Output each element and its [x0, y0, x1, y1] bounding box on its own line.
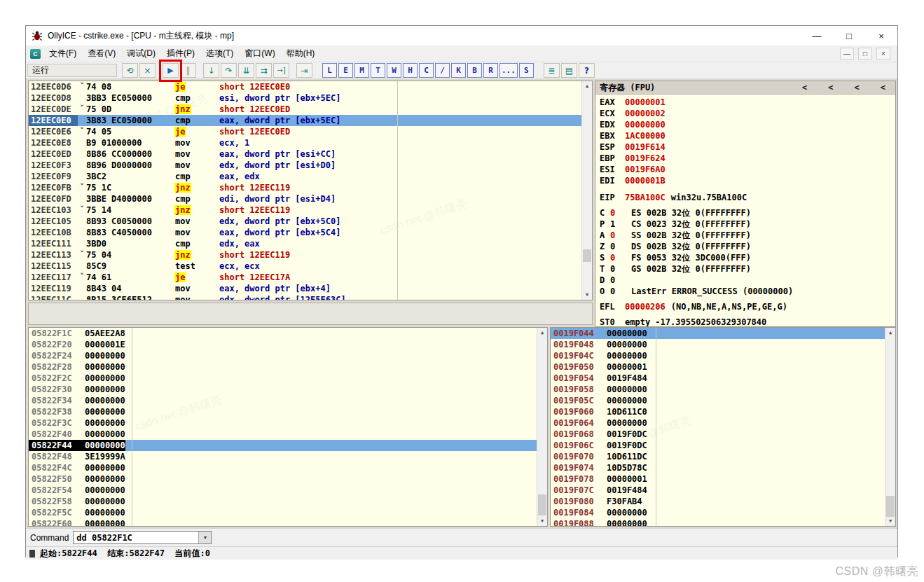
- disassembly-row[interactable]: 12EEC103 ˇ 75 14 jnz short 12EEC119: [29, 205, 582, 216]
- dump-row[interactable]: 05822F483E19999A: [29, 451, 537, 462]
- stack-row[interactable]: 0019F08400000000: [551, 507, 885, 518]
- log-window-button[interactable]: L: [322, 63, 337, 78]
- register-row[interactable]: ESP0019F614: [595, 141, 895, 153]
- flag-row[interactable]: P1CS 0023 32位 0(FFFFFFFF): [595, 219, 895, 230]
- disassembly-row[interactable]: 12EEC0E6 ˇ 74 05 je short 12EEC0ED: [29, 126, 582, 137]
- stack-scrollbar[interactable]: ▲ ▼: [885, 328, 895, 526]
- dump-row[interactable]: 05822F1C05AEE2A8: [29, 328, 537, 339]
- registers-pane[interactable]: 寄存器 (FPU) <<<< EAX00000001 ECX00000002: [595, 81, 896, 327]
- disassembly-row[interactable]: 12EEC117 ˇ 74 61 je short 12EEC17A: [29, 272, 582, 283]
- stack-row[interactable]: 0019F05800000000: [551, 384, 885, 395]
- memory-window-button[interactable]: M: [354, 63, 369, 78]
- scroll-up-icon[interactable]: ▲: [582, 81, 592, 91]
- register-row-eip[interactable]: EIP75BA100Cwin32u.75BA100C: [595, 192, 895, 203]
- disassembly-row[interactable]: 12EEC11C 8B15 3CE6E512 mov edx, dword pt…: [29, 294, 582, 300]
- disassembly-row[interactable]: 12EEC0D8 3BB3 EC050000 cmp esi, dword pt…: [29, 92, 582, 104]
- disassembly-row[interactable]: 12EEC0FB ˇ 75 1C jnz short 12EEC119: [29, 182, 582, 193]
- dump-row[interactable]: 05822F4C00000000: [29, 462, 537, 473]
- dump-row[interactable]: 05822F5C00000000: [29, 507, 537, 518]
- minimize-button[interactable]: —: [801, 26, 833, 46]
- menu-item[interactable]: 窗口(W): [239, 46, 280, 62]
- disassembly-scrollbar[interactable]: ▲ ▼: [581, 81, 592, 300]
- disassembly-row[interactable]: 12EEC0E0 3B83 EC050000 cmp eax, dword pt…: [29, 115, 582, 126]
- scroll-thumb[interactable]: [886, 496, 895, 517]
- pause-button[interactable]: ‖: [180, 63, 196, 78]
- animate-over-button[interactable]: ⇉: [256, 63, 272, 78]
- disassembly-row[interactable]: 12EEC113 ˇ 75 04 jnz short 12EEC119: [29, 249, 582, 261]
- flag-row[interactable]: D0: [595, 275, 895, 286]
- options-button[interactable]: ≣: [544, 63, 560, 78]
- dump-scrollbar[interactable]: ▲ ▼: [537, 328, 547, 526]
- run-to-return-button[interactable]: →]: [273, 63, 289, 78]
- register-row[interactable]: ECX00000002: [595, 108, 895, 119]
- scroll-down-icon[interactable]: ▼: [582, 290, 592, 300]
- dump-row[interactable]: 05822F4400000000: [29, 440, 537, 451]
- register-row[interactable]: EBP0019F624: [595, 153, 895, 164]
- combo-dropdown-button[interactable]: ▼: [198, 532, 211, 543]
- threads-window-button[interactable]: T: [371, 63, 385, 78]
- stack-row[interactable]: 0019F07C0019F484: [551, 485, 885, 496]
- disassembly-row[interactable]: 12EEC111 3BD0 cmp edx, eax: [29, 238, 582, 249]
- restart-button[interactable]: ⟲: [122, 63, 138, 78]
- dump-row[interactable]: 05822F6000000000: [29, 518, 537, 526]
- patches-window-button[interactable]: /: [435, 63, 450, 78]
- register-row-st0[interactable]: ST0empty -17.395502506329307840: [595, 317, 895, 327]
- maximize-button[interactable]: □: [833, 26, 865, 46]
- menu-item[interactable]: 查看(V): [82, 46, 121, 62]
- flag-row[interactable]: A0SS 002B 32位 0(FFFFFFFF): [595, 230, 895, 241]
- stack-row[interactable]: 0019F0540019F484: [551, 373, 885, 384]
- step-over-button[interactable]: ↷: [221, 63, 237, 78]
- stack-row[interactable]: 0019F0680019F0DC: [551, 429, 885, 440]
- disassembly-row[interactable]: 12EEC0DE ˇ 75 0D jnz short 12EEC0ED: [29, 104, 582, 115]
- scroll-down-icon[interactable]: ▼: [885, 516, 895, 526]
- mdi-restore-button[interactable]: □: [858, 48, 872, 60]
- menu-item[interactable]: 帮助(H): [281, 46, 321, 62]
- scroll-thumb[interactable]: [583, 249, 591, 262]
- goto-button[interactable]: ⇥: [296, 63, 312, 78]
- disassembly-row[interactable]: 12EEC0ED 8B86 CC000000 mov eax, dword pt…: [29, 148, 582, 160]
- disassembly-row[interactable]: 12EEC0FD 3BBE D4000000 cmp edi, dword pt…: [29, 193, 582, 205]
- breakpoints-window-button[interactable]: B: [467, 63, 482, 78]
- command-input[interactable]: dd 05822F1C ▼: [73, 531, 212, 544]
- disassembly-row[interactable]: 12EEC105 8B93 C0050000 mov edx, dword pt…: [29, 216, 582, 227]
- disassembly-row[interactable]: 12EEC0F3 8B96 D0000000 mov edx, dword pt…: [29, 160, 582, 171]
- scroll-down-icon[interactable]: ▼: [537, 516, 547, 526]
- dump-row[interactable]: 05822F3000000000: [29, 384, 537, 395]
- disassembly-row[interactable]: 12EEC115 85C9 test ecx, ecx: [29, 261, 582, 272]
- header-angle-button[interactable]: <: [855, 83, 860, 92]
- stack-row[interactable]: 0019F07410D5D78C: [551, 462, 885, 473]
- register-row[interactable]: ESI0019F6A0: [595, 164, 895, 175]
- disassembly-row[interactable]: 12EEC119 8B43 04 mov eax, dword ptr [ebx…: [29, 283, 582, 294]
- cpu-window-button[interactable]: C: [419, 63, 434, 78]
- scroll-up-icon[interactable]: ▲: [885, 328, 895, 338]
- flag-row[interactable]: O0LastErr ERROR_SUCCESS (00000000): [595, 286, 895, 297]
- dump-row[interactable]: 05822F3800000000: [29, 406, 537, 417]
- dump-row[interactable]: 05822F200000001E: [29, 339, 537, 350]
- stack-row[interactable]: 0019F05C00000000: [551, 395, 885, 406]
- dump-row[interactable]: 05822F3400000000: [29, 395, 537, 406]
- menu-item[interactable]: 调试(D): [121, 46, 161, 62]
- animate-into-button[interactable]: ⇊: [238, 63, 254, 78]
- dump-row[interactable]: 05822F2400000000: [29, 350, 537, 361]
- appearance-button[interactable]: ▤: [561, 63, 577, 78]
- register-row[interactable]: EDX00000000: [595, 119, 895, 130]
- mdi-minimize-button[interactable]: —: [840, 48, 854, 60]
- dump-row[interactable]: 05822F5800000000: [29, 496, 537, 507]
- menu-item[interactable]: 文件(F): [43, 46, 82, 62]
- stack-row[interactable]: 0019F04C00000000: [551, 350, 885, 361]
- register-row[interactable]: EDI0000001B: [595, 175, 895, 186]
- disassembly-row[interactable]: 12EEC10B 8B83 C4050000 mov eax, dword pt…: [29, 227, 582, 238]
- disassembly-row[interactable]: 12EEC0F9 3BC2 cmp eax, edx: [29, 171, 582, 182]
- scroll-thumb[interactable]: [538, 494, 546, 515]
- dump-row[interactable]: 05822F4000000000: [29, 429, 537, 440]
- stack-row[interactable]: 0019F080F30FAB4: [551, 496, 885, 507]
- dump-row[interactable]: 05822F3C00000000: [29, 417, 537, 429]
- flag-row[interactable]: C0ES 002B 32位 0(FFFFFFFF): [595, 207, 895, 219]
- register-row-efl[interactable]: EFL00000206(NO,NB,NE,A,NS,PE,GE,G): [595, 301, 895, 312]
- run-button[interactable]: ▶: [163, 63, 179, 78]
- source-window-button[interactable]: S: [519, 63, 534, 78]
- dump-row[interactable]: 05822F5000000000: [29, 473, 537, 485]
- disassembly-pane[interactable]: 12EEC0D6 ˇ 74 08 je short 12EEC0E0 12EEC…: [28, 81, 593, 300]
- run-trace-window-button[interactable]: ...: [499, 63, 518, 78]
- dump-row[interactable]: 05822F2800000000: [29, 361, 537, 373]
